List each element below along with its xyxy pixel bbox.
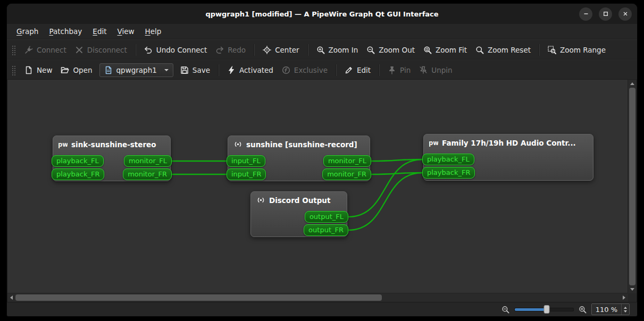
horizontal-scrollbar[interactable] [7,293,628,302]
port-playback_FR[interactable]: playback_FR [422,167,475,179]
unpin-button: Unpin [415,63,456,77]
menu-edit[interactable]: Edit [87,25,112,38]
unpin-icon [419,66,428,74]
center-button[interactable]: Center [258,43,303,57]
port-playback_FL[interactable]: playback_FL [422,154,474,165]
exclusive-icon [282,66,290,74]
open-icon [61,66,69,74]
node-discord[interactable]: Discord Outputoutput_FLoutput_FR [250,191,347,237]
button-label: Zoom Reset [488,46,531,54]
titlebar[interactable]: qpwgraph1 [modified] — A PipeWire Graph … [7,4,637,24]
zoom-slider-knob[interactable] [544,305,550,314]
zoom-in-button[interactable]: Zoom In [312,43,363,57]
pipewire-icon: pw [58,140,68,149]
port-monitor_FL[interactable]: monitor_FL [323,155,371,167]
button-label: Activated [239,66,273,74]
node-title-bar: Discord Output [251,192,347,205]
button-label: Zoom In [329,46,358,54]
horizontal-scroll-handle[interactable] [15,294,382,301]
button-label: Open [73,66,92,74]
zoom-slider-fill [515,308,547,311]
vertical-scroll-handle[interactable] [629,88,635,285]
undo-icon [144,46,153,54]
node-title-bar: pwsink-sunshine-stereo [53,136,170,149]
button-label: Undo Connect [156,46,207,54]
button-label: Zoom Fit [436,46,467,54]
menu-help[interactable]: Help [140,25,167,38]
save-icon [180,66,189,74]
scroll-right-icon[interactable] [623,295,625,300]
zoom-slider[interactable] [514,308,574,311]
menu-patchbay[interactable]: Patchbay [44,25,87,38]
maximize-icon [603,11,609,17]
toolbar-drag-handle-icon[interactable] [12,45,16,55]
port-output_FR[interactable]: output_FR [304,224,348,236]
connection-wire[interactable] [348,173,422,230]
node-sunshine[interactable]: sunshine [sunshine-record]input_FLinput_… [228,136,370,181]
button-label: New [37,66,52,74]
button-label: Center [275,46,299,54]
vertical-scrollbar[interactable] [628,80,637,293]
spin-down-icon[interactable] [624,310,627,312]
zoom-range-icon [548,46,556,54]
window-controls [579,4,632,24]
undo-connect-button[interactable]: Undo Connect [140,43,211,57]
open-button[interactable]: Open [56,63,96,77]
port-playback_FR[interactable]: playback_FR [52,168,104,180]
save-button[interactable]: Save [176,63,214,77]
new-button[interactable]: New [20,63,56,77]
close-button[interactable] [618,7,632,21]
zoom-out-button[interactable]: Zoom Out [362,43,419,57]
toolbar-drag-handle-icon[interactable] [12,65,16,75]
lightning-icon [227,66,236,74]
zoom-value[interactable]: 110 % [592,304,621,315]
zoom-in-icon[interactable] [579,306,587,314]
svg-text:pw: pw [429,139,438,147]
spin-arrows[interactable] [621,304,629,315]
qpwgraph1-combo[interactable]: qpwgraph1 [99,63,173,77]
button-label: Unpin [431,66,452,74]
edit-button[interactable]: Edit [340,63,375,77]
pencil-icon [345,66,353,74]
node-title: sink-sunshine-stereo [71,140,156,149]
port-monitor_FR[interactable]: monitor_FR [123,168,172,180]
app-window: qpwgraph1 [modified] — A PipeWire Graph … [6,3,638,317]
port-monitor_FR[interactable]: monitor_FR [322,168,371,180]
menu-view[interactable]: View [112,25,140,38]
toolbar-separator [254,44,255,56]
disconnect-icon [75,46,83,54]
graph-toolbar: ConnectDisconnectUndo ConnectRedoCenterZ… [7,39,637,60]
button-label: Zoom Out [379,46,415,54]
port-output_FL[interactable]: output_FL [305,211,348,223]
button-label: Zoom Range [560,46,606,54]
port-playback_FL[interactable]: playback_FL [52,155,104,167]
spin-up-icon[interactable] [624,307,627,309]
maximize-button[interactable] [599,7,612,21]
port-input_FR[interactable]: input_FR [227,168,266,180]
file-icon [104,66,113,74]
center-icon [263,46,271,54]
audio-node-icon [256,196,265,205]
activated-button[interactable]: Activated [223,63,278,77]
scroll-up-icon[interactable] [630,82,634,85]
toolbar-separator [307,44,308,56]
zoom-fit-button[interactable]: Zoom Fit [419,43,471,57]
button-label: Connect [37,46,66,54]
port-monitor_FL[interactable]: monitor_FL [124,155,172,167]
toolbar-separator [539,44,540,56]
dropdown-arrow-icon [164,69,169,71]
node-family[interactable]: pwFamily 17h/19h HD Audio Contr...playba… [423,134,593,181]
graph-canvas[interactable]: pwsink-sunshine-stereoplayback_FLplaybac… [7,80,628,293]
node-sink[interactable]: pwsink-sunshine-stereoplayback_FLplaybac… [53,136,171,181]
zoom-range-button[interactable]: Zoom Range [543,43,610,57]
port-input_FL[interactable]: input_FL [227,155,265,167]
zoom-reset-button[interactable]: Zoom Reset [471,43,535,57]
menu-graph[interactable]: Graph [11,25,44,38]
zoom-spinbox[interactable]: 110 % [591,303,630,315]
node-title-bar: pwFamily 17h/19h HD Audio Contr... [424,134,593,147]
zoom-out-icon[interactable] [501,306,509,314]
scroll-down-icon[interactable] [630,288,634,291]
zoom-reset-icon [475,46,484,54]
minimize-button[interactable] [579,7,592,21]
scroll-left-icon[interactable] [10,295,13,300]
